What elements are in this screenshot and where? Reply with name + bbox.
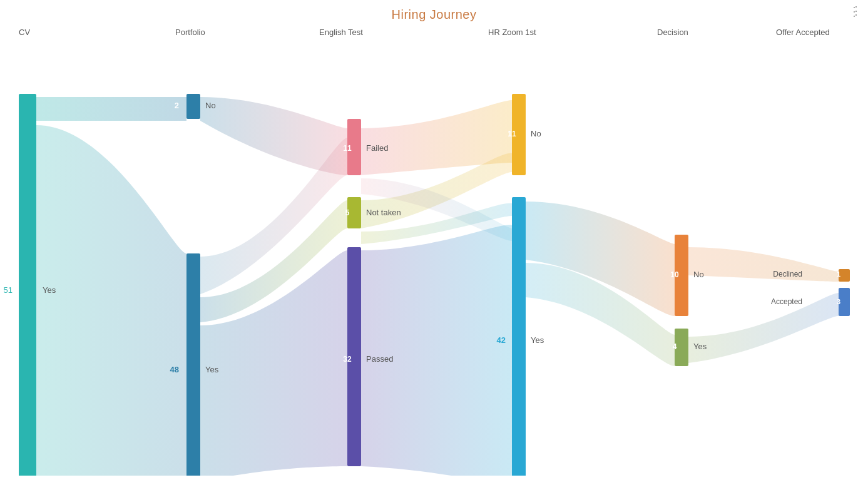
chart-title: Hiring Journey	[0, 0, 868, 22]
flow-eng-passed-hr-yes	[361, 225, 512, 476]
label-offer-declined-value: 1	[837, 270, 840, 278]
label-eng-passed: Passed	[366, 354, 393, 364]
label-offer-accepted-value: 3	[837, 298, 840, 305]
label-hr-no-value: 11	[508, 130, 516, 138]
label-offer-declined: Declined	[773, 270, 802, 278]
label-port-yes-value: 48	[170, 365, 179, 374]
label-cv-yes: Yes	[43, 285, 56, 295]
label-port-no-value: 2	[175, 101, 179, 110]
sankey-diagram: 51 Yes 2 No 48 Yes 11 Failed 5 Not taken…	[0, 38, 868, 476]
label-eng-nt-value: 5	[345, 208, 350, 217]
label-eng-failed-value: 11	[343, 144, 352, 153]
label-cv-yes-value: 51	[4, 285, 13, 295]
label-hr-yes-value: 42	[497, 335, 506, 345]
col-header-hr-zoom: HR Zoom 1st	[488, 28, 536, 37]
label-port-yes: Yes	[205, 365, 219, 374]
flow-dec-no-offer-declined	[688, 247, 839, 282]
label-dec-no: No	[693, 270, 704, 279]
flow-dec-yes-offer-accepted	[688, 293, 839, 363]
node-port-yes	[186, 253, 200, 476]
label-hr-yes: Yes	[531, 335, 544, 345]
flow-cv-port-no	[36, 97, 186, 121]
col-header-offer-accepted: Offer Accepted	[776, 28, 830, 37]
label-eng-failed: Failed	[366, 143, 388, 153]
col-header-portfolio: Portfolio	[175, 28, 205, 37]
col-header-decision: Decision	[657, 28, 688, 37]
label-eng-passed-value: 32	[343, 355, 352, 364]
node-hr-yes	[512, 197, 526, 476]
node-cv-yes	[19, 94, 36, 476]
node-port-no	[186, 94, 200, 119]
flow-cv-port-yes	[36, 125, 186, 476]
label-dec-yes: Yes	[693, 342, 707, 351]
col-header-english-test: English Test	[319, 28, 363, 37]
chart-container: Hiring Journey ⋮ CV Portfolio English Te…	[0, 0, 868, 480]
label-offer-accepted: Accepted	[771, 297, 802, 306]
label-dec-yes-value: 4	[673, 342, 677, 351]
options-icon[interactable]: ⋮	[848, 5, 860, 18]
label-port-no: No	[205, 101, 216, 110]
col-header-cv: CV	[19, 28, 30, 37]
label-eng-not-taken: Not taken	[366, 208, 401, 217]
label-dec-no-value: 10	[670, 270, 679, 279]
label-hr-no: No	[531, 129, 541, 138]
